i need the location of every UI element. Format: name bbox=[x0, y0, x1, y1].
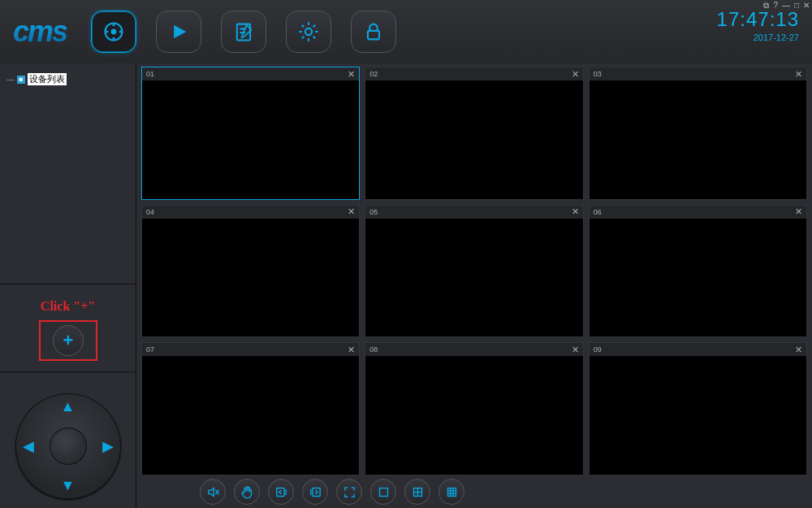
hand-icon bbox=[240, 485, 254, 499]
top-bar: cms ⧉ ? — □ ✕ 17:47:13 2017-12-27 bbox=[0, 0, 812, 63]
layout-9-icon bbox=[445, 485, 459, 499]
video-cell-header: 09 ✕ bbox=[590, 343, 806, 356]
click-hint: Click "+" bbox=[0, 299, 136, 314]
video-cell-header: 04 ✕ bbox=[142, 206, 359, 219]
video-grid: 01 ✕ 02 ✕ 03 ✕ 04 ✕ 05 ✕ bbox=[141, 67, 807, 475]
log-icon bbox=[232, 20, 255, 43]
video-cell-label: 08 bbox=[369, 345, 378, 354]
svg-point-4 bbox=[106, 30, 108, 33]
video-cell-header: 05 ✕ bbox=[365, 206, 582, 219]
svg-rect-11 bbox=[368, 31, 379, 40]
video-cell-label: 09 bbox=[594, 345, 602, 354]
video-cell-close-icon[interactable]: ✕ bbox=[572, 345, 579, 355]
ptz-right-button[interactable]: ▶ bbox=[100, 437, 116, 455]
playback-button[interactable] bbox=[156, 11, 201, 53]
device-tree-root[interactable]: — ■ 设备列表 bbox=[6, 73, 129, 85]
svg-point-5 bbox=[119, 30, 122, 33]
video-cell[interactable]: 07 ✕ bbox=[141, 342, 360, 475]
app-logo: cms bbox=[13, 15, 67, 49]
video-cell-close-icon[interactable]: ✕ bbox=[795, 345, 802, 355]
video-cell-header: 01 ✕ bbox=[142, 67, 359, 80]
video-cell-header: 06 ✕ bbox=[590, 206, 806, 219]
layout-1-icon bbox=[377, 485, 391, 499]
play-icon bbox=[167, 20, 190, 43]
sidebar: — ■ 设备列表 Click "+" + ▲ ▼ ◀ ▶ bbox=[0, 63, 136, 508]
add-device-button[interactable]: + bbox=[53, 325, 84, 356]
clock-time: 17:47:13 bbox=[717, 8, 799, 31]
video-cell-label: 06 bbox=[594, 208, 602, 216]
svg-marker-6 bbox=[174, 25, 186, 38]
video-cell-label: 01 bbox=[146, 70, 154, 78]
next-page-button[interactable] bbox=[302, 479, 328, 505]
video-cell[interactable]: 02 ✕ bbox=[365, 67, 583, 200]
video-cell-label: 04 bbox=[146, 208, 154, 216]
gear-icon bbox=[297, 20, 320, 43]
svg-rect-15 bbox=[312, 488, 319, 496]
ptz-center-button[interactable] bbox=[50, 428, 87, 465]
video-cell-header: 08 ✕ bbox=[365, 343, 582, 356]
video-cell[interactable]: 01 ✕ bbox=[141, 67, 360, 200]
page-next-icon bbox=[309, 485, 322, 499]
video-cell-close-icon[interactable]: ✕ bbox=[795, 69, 802, 80]
svg-rect-14 bbox=[276, 488, 283, 496]
record-icon bbox=[102, 20, 125, 43]
fullscreen-button[interactable] bbox=[336, 479, 362, 505]
video-cell-header: 07 ✕ bbox=[142, 343, 359, 356]
clock: 17:47:13 2017-12-27 bbox=[717, 8, 799, 42]
layout-4-icon bbox=[411, 485, 425, 499]
close-icon[interactable]: ✕ bbox=[802, 1, 810, 11]
video-cell-close-icon[interactable]: ✕ bbox=[572, 69, 579, 80]
video-cell[interactable]: 04 ✕ bbox=[141, 205, 360, 338]
device-tree-label: 设备列表 bbox=[28, 73, 67, 85]
svg-point-1 bbox=[112, 30, 116, 34]
video-cell[interactable]: 08 ✕ bbox=[365, 342, 583, 475]
mute-icon bbox=[206, 485, 220, 499]
video-cell-label: 07 bbox=[146, 345, 154, 354]
device-list-panel: — ■ 设备列表 bbox=[0, 63, 136, 284]
video-cell-header: 03 ✕ bbox=[590, 67, 806, 80]
svg-rect-20 bbox=[447, 488, 456, 496]
video-cell-label: 05 bbox=[369, 208, 378, 216]
add-device-panel: Click "+" + bbox=[0, 284, 136, 372]
lock-button[interactable] bbox=[351, 11, 396, 53]
video-cell[interactable]: 03 ✕ bbox=[589, 67, 807, 200]
prev-page-button[interactable] bbox=[268, 479, 294, 505]
video-cell-label: 03 bbox=[594, 70, 602, 78]
live-view-button[interactable] bbox=[91, 11, 136, 53]
video-cell[interactable]: 09 ✕ bbox=[589, 342, 807, 475]
page-prev-icon bbox=[274, 485, 288, 499]
add-device-highlight: + bbox=[39, 320, 97, 361]
svg-point-3 bbox=[113, 37, 115, 40]
svg-point-10 bbox=[305, 28, 312, 35]
fullscreen-icon bbox=[343, 485, 356, 499]
layout-1-button[interactable] bbox=[370, 479, 396, 505]
lock-icon bbox=[362, 20, 385, 43]
top-nav bbox=[91, 11, 396, 53]
mute-button[interactable] bbox=[200, 479, 226, 505]
svg-point-2 bbox=[113, 24, 115, 26]
video-cell-label: 02 bbox=[369, 70, 378, 78]
video-cell[interactable]: 05 ✕ bbox=[365, 205, 583, 338]
settings-button[interactable] bbox=[286, 11, 331, 53]
tree-folder-icon: ■ bbox=[17, 76, 25, 84]
svg-rect-16 bbox=[379, 488, 387, 496]
layout-9-button[interactable] bbox=[438, 479, 464, 505]
video-cell-header: 02 ✕ bbox=[365, 67, 582, 80]
video-cell-close-icon[interactable]: ✕ bbox=[348, 345, 355, 355]
talk-button[interactable] bbox=[234, 479, 260, 505]
ptz-up-button[interactable]: ▲ bbox=[60, 398, 76, 415]
video-cell[interactable]: 06 ✕ bbox=[589, 205, 807, 338]
video-cell-close-icon[interactable]: ✕ bbox=[795, 206, 802, 217]
video-cell-close-icon[interactable]: ✕ bbox=[572, 206, 579, 217]
clock-date: 2017-12-27 bbox=[717, 33, 799, 42]
tree-caret-icon: — bbox=[6, 75, 15, 84]
video-grid-area: 01 ✕ 02 ✕ 03 ✕ 04 ✕ 05 ✕ bbox=[136, 63, 812, 475]
video-cell-close-icon[interactable]: ✕ bbox=[348, 206, 355, 217]
layout-4-button[interactable] bbox=[404, 479, 430, 505]
video-cell-close-icon[interactable]: ✕ bbox=[348, 69, 355, 80]
log-button[interactable] bbox=[221, 11, 266, 53]
ptz-down-button[interactable]: ▼ bbox=[60, 477, 76, 494]
ptz-left-button[interactable]: ◀ bbox=[20, 437, 37, 455]
ptz-dpad: ▲ ▼ ◀ ▶ bbox=[15, 393, 121, 499]
ptz-panel: ▲ ▼ ◀ ▶ bbox=[0, 372, 136, 499]
